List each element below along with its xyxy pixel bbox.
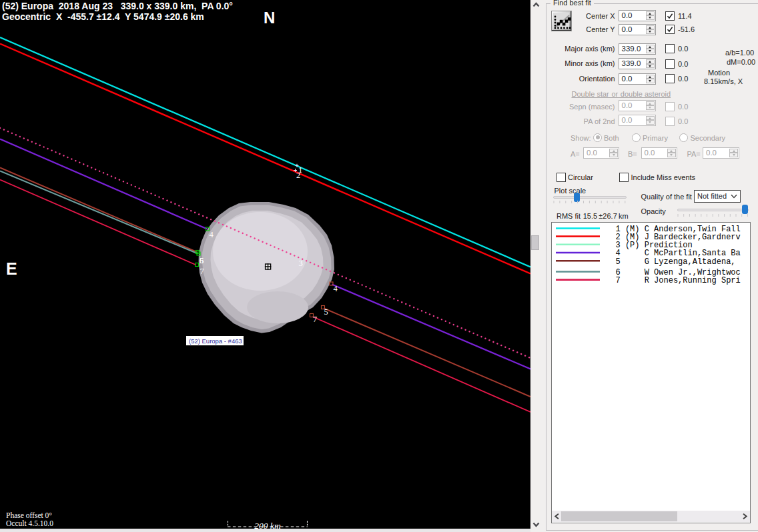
svg-text:7: 7	[200, 267, 204, 276]
svg-text:Phase offset 0°: Phase offset 0°	[6, 511, 52, 519]
svg-text:3: 3	[298, 259, 302, 268]
svg-text:7 R Jones,Running Spri: 7 R Jones,Running Spri	[616, 276, 741, 285]
svg-text:7: 7	[313, 315, 317, 324]
svg-text:4: 4	[333, 284, 338, 293]
svg-text:4: 4	[209, 230, 214, 239]
svg-text:200 km: 200 km	[254, 521, 281, 529]
svg-text:(52) Europa - #463: (52) Europa - #463	[189, 337, 242, 345]
svg-text:E: E	[6, 259, 17, 278]
svg-text:Geocentric X -455.7 ±12.4 Y: Geocentric X -455.7 ±12.4 Y 5474.9 ±20.6…	[2, 11, 204, 22]
svg-text:N: N	[264, 9, 275, 27]
svg-text:6: 6	[200, 256, 204, 265]
svg-text:5 G Lyzenga,Altadena,: 5 G Lyzenga,Altadena,	[616, 257, 736, 267]
svg-text:2: 2	[296, 171, 300, 180]
svg-text:5: 5	[324, 307, 328, 317]
svg-text:(52) Europa 2018 Aug 23 339: (52) Europa 2018 Aug 23 339.0 x 339.0 km…	[2, 1, 233, 11]
svg-text:Occult 4.5.10.0: Occult 4.5.10.0	[6, 519, 53, 527]
